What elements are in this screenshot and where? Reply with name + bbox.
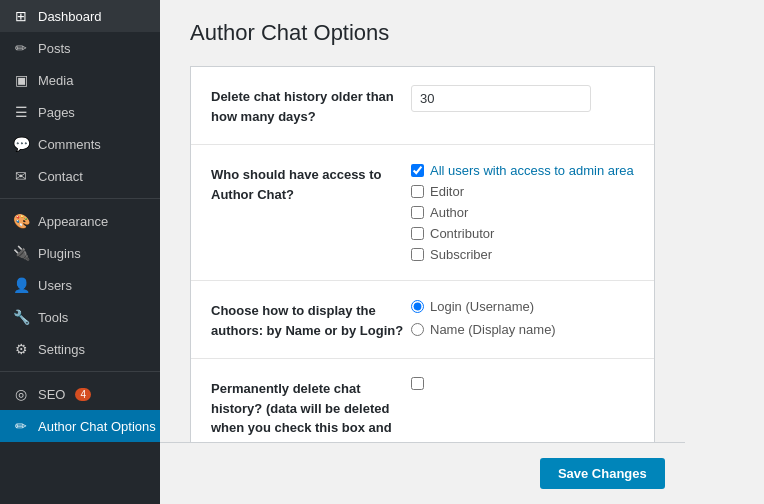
sidebar-item-settings[interactable]: ⚙ Settings — [0, 333, 160, 365]
checkbox-author[interactable]: Author — [411, 205, 634, 220]
sidebar-item-author-chat[interactable]: ✏ Author Chat Options — [0, 410, 160, 442]
media-icon: ▣ — [12, 72, 30, 88]
perm-delete-checkbox[interactable] — [411, 377, 424, 390]
radio-login[interactable]: Login (Username) — [411, 299, 634, 314]
settings-icon: ⚙ — [12, 341, 30, 357]
main-content: Author Chat Options Delete chat history … — [160, 0, 685, 442]
contact-icon: ✉ — [12, 168, 30, 184]
page-title: Author Chat Options — [190, 20, 655, 46]
sidebar-item-label: Plugins — [38, 246, 81, 261]
checkbox-author-input[interactable] — [411, 206, 424, 219]
sidebar-divider — [0, 198, 160, 199]
sidebar-item-label: Author Chat Options — [38, 419, 156, 434]
radio-name[interactable]: Name (Display name) — [411, 322, 634, 337]
dashboard-icon: ⊞ — [12, 8, 30, 24]
sidebar: ⊞ Dashboard ✏ Posts ▣ Media ☰ Pages 💬 Co… — [0, 0, 160, 504]
radio-name-label: Name (Display name) — [430, 322, 556, 337]
checkbox-contributor-label: Contributor — [430, 226, 494, 241]
radio-name-input[interactable] — [411, 323, 424, 336]
access-checkbox-group: All users with access to admin area Edit… — [411, 163, 634, 262]
sidebar-item-label: Tools — [38, 310, 68, 325]
users-icon: 👤 — [12, 277, 30, 293]
settings-row-perm-delete: Permanently delete chat history? (data w… — [191, 359, 654, 442]
sidebar-item-label: Posts — [38, 41, 71, 56]
checkbox-subscriber[interactable]: Subscriber — [411, 247, 634, 262]
sidebar-item-pages[interactable]: ☰ Pages — [0, 96, 160, 128]
access-control: All users with access to admin area Edit… — [411, 163, 634, 262]
sidebar-item-contact[interactable]: ✉ Contact — [0, 160, 160, 192]
save-button[interactable]: Save Changes — [540, 458, 665, 489]
seo-badge: 4 — [75, 388, 91, 401]
checkbox-editor[interactable]: Editor — [411, 184, 634, 199]
sidebar-item-media[interactable]: ▣ Media — [0, 64, 160, 96]
checkbox-editor-input[interactable] — [411, 185, 424, 198]
checkbox-all-users-label: All users with access to admin area — [430, 163, 634, 178]
sidebar-item-seo[interactable]: ◎ SEO 4 — [0, 378, 160, 410]
sidebar-item-label: Comments — [38, 137, 101, 152]
settings-row-display: Choose how to display the authors: by Na… — [191, 281, 654, 359]
checkbox-all-users[interactable]: All users with access to admin area — [411, 163, 634, 178]
delete-history-control — [411, 85, 634, 112]
pages-icon: ☰ — [12, 104, 30, 120]
perm-delete-label: Permanently delete chat history? (data w… — [211, 377, 411, 442]
sidebar-item-label: Settings — [38, 342, 85, 357]
radio-login-input[interactable] — [411, 300, 424, 313]
checkbox-subscriber-label: Subscriber — [430, 247, 492, 262]
checkbox-editor-label: Editor — [430, 184, 464, 199]
sidebar-item-plugins[interactable]: 🔌 Plugins — [0, 237, 160, 269]
perm-delete-control — [411, 377, 634, 393]
sidebar-item-comments[interactable]: 💬 Comments — [0, 128, 160, 160]
checkbox-contributor[interactable]: Contributor — [411, 226, 634, 241]
author-chat-icon: ✏ — [12, 418, 30, 434]
access-label: Who should have access to Author Chat? — [211, 163, 411, 204]
delete-history-label: Delete chat history older than how many … — [211, 85, 411, 126]
tools-icon: 🔧 — [12, 309, 30, 325]
sidebar-item-label: Dashboard — [38, 9, 102, 24]
sidebar-item-label: Contact — [38, 169, 83, 184]
sidebar-divider-2 — [0, 371, 160, 372]
sidebar-item-dashboard[interactable]: ⊞ Dashboard — [0, 0, 160, 32]
sidebar-item-label: Appearance — [38, 214, 108, 229]
save-bar: Save Changes — [160, 442, 685, 504]
seo-icon: ◎ — [12, 386, 30, 402]
sidebar-item-label: Pages — [38, 105, 75, 120]
radio-login-label: Login (Username) — [430, 299, 534, 314]
sidebar-item-label: Media — [38, 73, 73, 88]
sidebar-item-appearance[interactable]: 🎨 Appearance — [0, 205, 160, 237]
comments-icon: 💬 — [12, 136, 30, 152]
display-label: Choose how to display the authors: by Na… — [211, 299, 411, 340]
posts-icon: ✏ — [12, 40, 30, 56]
display-control: Login (Username) Name (Display name) — [411, 299, 634, 337]
content-wrapper: Author Chat Options Delete chat history … — [160, 0, 685, 504]
appearance-icon: 🎨 — [12, 213, 30, 229]
settings-row-access: Who should have access to Author Chat? A… — [191, 145, 654, 281]
display-radio-group: Login (Username) Name (Display name) — [411, 299, 634, 337]
settings-row-delete-history: Delete chat history older than how many … — [191, 67, 654, 145]
checkbox-subscriber-input[interactable] — [411, 248, 424, 261]
checkbox-all-users-input[interactable] — [411, 164, 424, 177]
delete-history-input[interactable] — [411, 85, 591, 112]
sidebar-item-posts[interactable]: ✏ Posts — [0, 32, 160, 64]
checkbox-contributor-input[interactable] — [411, 227, 424, 240]
sidebar-item-users[interactable]: 👤 Users — [0, 269, 160, 301]
sidebar-item-label: Users — [38, 278, 72, 293]
settings-table: Delete chat history older than how many … — [190, 66, 655, 442]
sidebar-item-tools[interactable]: 🔧 Tools — [0, 301, 160, 333]
plugins-icon: 🔌 — [12, 245, 30, 261]
sidebar-item-label: SEO — [38, 387, 65, 402]
checkbox-author-label: Author — [430, 205, 468, 220]
